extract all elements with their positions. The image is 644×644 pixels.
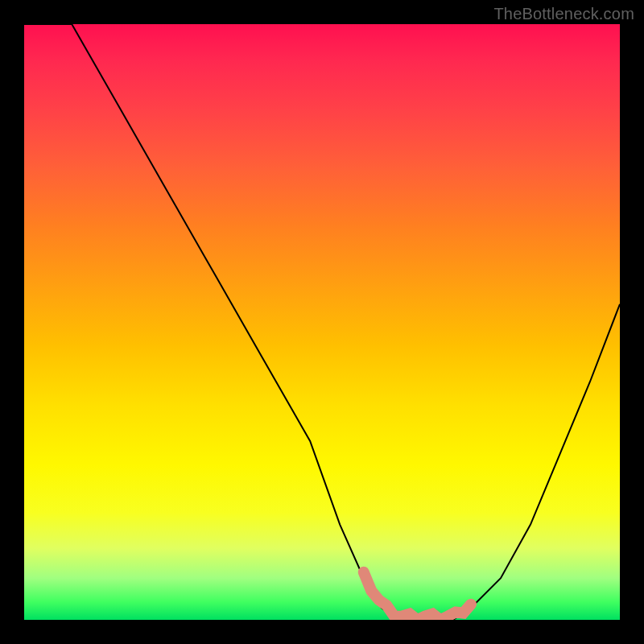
chart-curve-layer xyxy=(24,24,620,620)
watermark-text: TheBottleneck.com xyxy=(493,5,634,23)
bottleneck-curve xyxy=(24,24,620,620)
flat-bottom-highlight xyxy=(364,572,471,620)
chart-plot-area xyxy=(24,24,620,620)
